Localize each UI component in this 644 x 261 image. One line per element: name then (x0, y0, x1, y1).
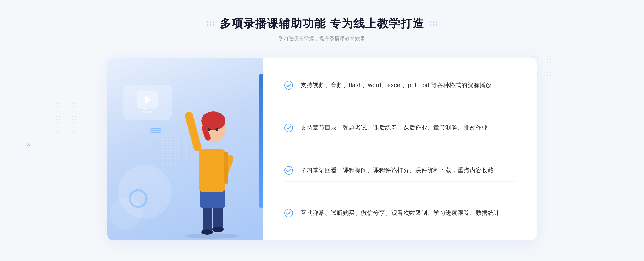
svg-rect-6 (199, 149, 225, 192)
blue-accent-bar (259, 74, 263, 208)
video-card (123, 85, 172, 120)
play-bubble (137, 91, 158, 109)
check-icon-4 (284, 209, 293, 217)
sub-title: 学习进度全掌握，提升录播课教学效果 (207, 35, 437, 42)
main-title: 多项录播课辅助功能 专为线上教学打造 (220, 16, 424, 31)
feature-item-1: 支持视频、音频、flash、word、excel、ppt、pdf等各种格式的资源… (284, 74, 515, 96)
dot-grid-left (207, 21, 214, 26)
dots-decoration-left (48, 102, 80, 134)
svg-rect-7 (184, 111, 202, 152)
header-section: 多项录播课辅助功能 专为线上教学打造 学习进度全掌握，提升录播课教学效果 (207, 16, 437, 42)
content-area: 支持视频、音频、flash、word、excel、ppt、pdf等各种格式的资源… (107, 58, 537, 240)
features-panel: 支持视频、音频、flash、word、excel、ppt、pdf等各种格式的资源… (263, 58, 537, 240)
svg-point-12 (208, 128, 211, 131)
check-icon-3 (284, 166, 293, 175)
play-dot-2 (147, 111, 149, 113)
play-dots (143, 111, 152, 113)
chevron-decoration: » (27, 139, 31, 148)
person-illustration (169, 90, 255, 240)
check-icon-2 (284, 124, 293, 132)
play-dot-3 (150, 111, 152, 113)
stripe-1 (150, 128, 161, 129)
play-dot-1 (143, 111, 145, 113)
svg-point-4 (212, 227, 224, 232)
svg-point-18 (285, 209, 293, 217)
feature-item-3: 学习笔记回看、课程提问、课程评论打分、课件资料下载，重点内容收藏 (284, 159, 515, 182)
header-decorators: 多项录播课辅助功能 专为线上教学打造 (207, 16, 437, 31)
svg-point-3 (201, 229, 213, 235)
svg-rect-14 (224, 152, 228, 184)
illustration-panel (107, 58, 263, 240)
feature-text-4: 互动弹幕、试听购买、微信分享、观看次数限制、学习进度跟踪、数据统计 (301, 208, 500, 218)
stripe-3 (150, 132, 161, 133)
page-container: » 多项录播课辅助功能 专为线上教学打造 学习进度全掌握，提升录播课教学效果 (0, 0, 644, 261)
svg-point-16 (285, 124, 293, 132)
svg-point-13 (215, 128, 218, 131)
check-icon-1 (284, 81, 293, 90)
svg-point-15 (285, 81, 293, 89)
dot-grid-right (430, 21, 437, 26)
feature-item-4: 互动弹幕、试听购买、微信分享、观看次数限制、学习进度跟踪、数据统计 (284, 202, 515, 224)
feature-text-3: 学习笔记回看、课程提问、课程评论打分、课件资料下载，重点内容收藏 (301, 166, 494, 175)
stripe-2 (150, 130, 161, 131)
play-triangle-icon (145, 96, 151, 103)
illustration-circle-3 (129, 189, 148, 208)
svg-point-0 (185, 233, 239, 239)
stripe-decoration (150, 128, 161, 133)
feature-text-1: 支持视频、音频、flash、word、excel、ppt、pdf等各种格式的资源… (301, 80, 492, 90)
feature-text-2: 支持章节目录、弹题考试、课后练习、课后作业、章节测验、批改作业 (301, 123, 488, 132)
feature-item-2: 支持章节目录、弹题考试、课后练习、课后作业、章节测验、批改作业 (284, 117, 515, 139)
svg-point-17 (285, 166, 293, 174)
